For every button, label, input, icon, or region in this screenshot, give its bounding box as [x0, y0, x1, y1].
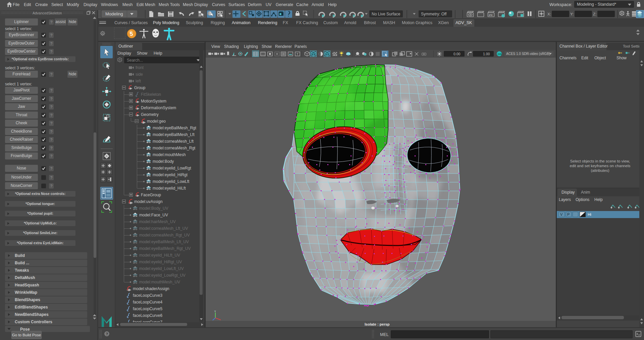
svg-text:?: ?	[106, 332, 108, 336]
svg-text:IPR: IPR	[489, 14, 493, 16]
svg-text:GN: GN	[497, 53, 501, 56]
svg-text:5: 5	[130, 31, 133, 37]
svg-text:T: T	[297, 52, 299, 56]
svg-text:Y: Y	[214, 310, 216, 313]
